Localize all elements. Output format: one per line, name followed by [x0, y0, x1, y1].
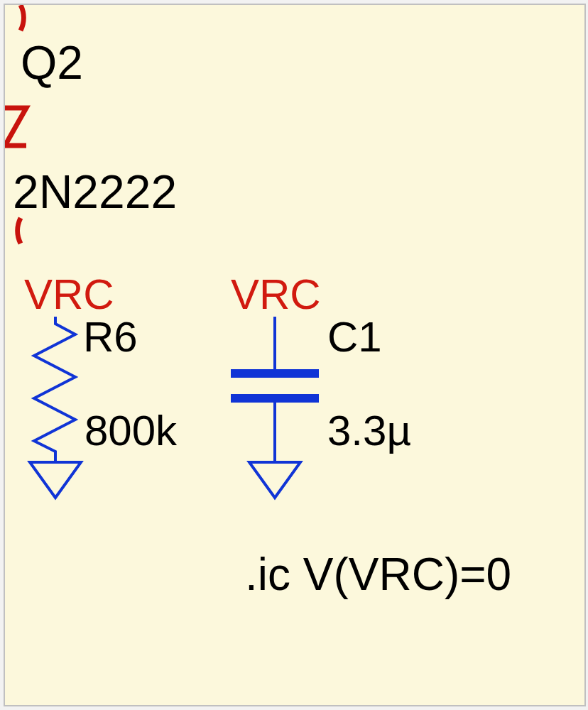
- resistor-ref[interactable]: R6: [83, 316, 138, 359]
- transistor-ref[interactable]: Q2: [21, 39, 83, 86]
- resistor-value[interactable]: 800k: [85, 410, 177, 452]
- resistor-net-label[interactable]: VRC: [24, 273, 114, 316]
- svg-marker-6: [249, 462, 300, 498]
- schematic-canvas: Q2 2N2222 VRC R6 800k VRC C1 3.3µ .ic V(…: [4, 4, 586, 706]
- capacitor-symbol[interactable]: [218, 317, 332, 501]
- svg-marker-1: [30, 462, 81, 498]
- capacitor-value[interactable]: 3.3µ: [327, 410, 411, 452]
- transistor-model[interactable]: 2N2222: [13, 168, 177, 215]
- capacitor-net-label[interactable]: VRC: [231, 273, 321, 316]
- spice-directive[interactable]: .ic V(VRC)=0: [245, 552, 511, 597]
- capacitor-ref[interactable]: C1: [327, 316, 382, 359]
